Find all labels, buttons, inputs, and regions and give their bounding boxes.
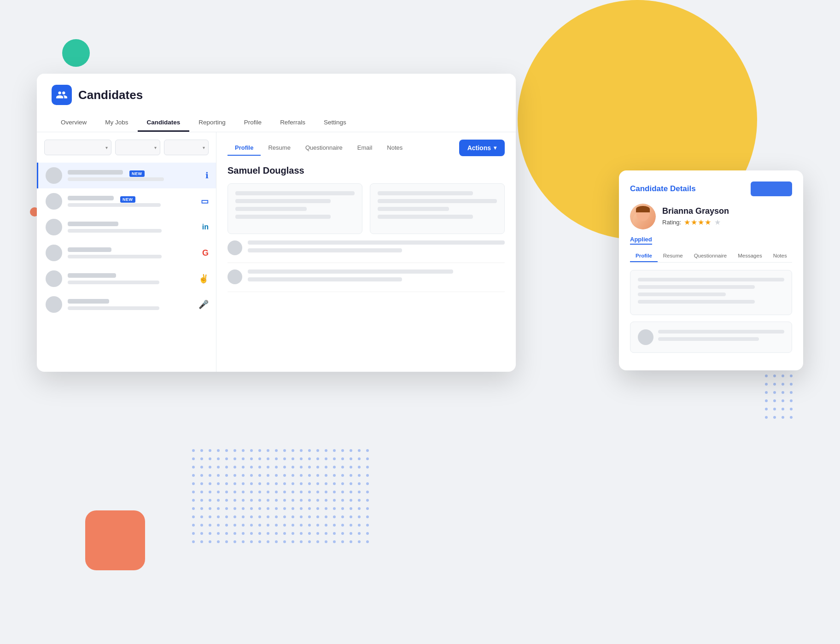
skeleton bbox=[235, 215, 331, 219]
candidate-name-bar bbox=[68, 299, 109, 304]
tab-questionnaire[interactable]: Questionnaire bbox=[298, 141, 350, 156]
detail-panel: Candidate Details Brianna Grayson Rating… bbox=[619, 170, 803, 370]
profile-grid bbox=[228, 183, 505, 234]
skeleton bbox=[248, 240, 505, 245]
detail-candidate-name: Brianna Grayson bbox=[662, 206, 729, 216]
skeleton bbox=[248, 248, 402, 252]
tab-notes[interactable]: Notes bbox=[379, 141, 410, 156]
avatar bbox=[228, 240, 242, 255]
candidate-info bbox=[68, 247, 202, 258]
nav-profile[interactable]: Profile bbox=[235, 114, 271, 132]
candidate-info bbox=[68, 273, 198, 284]
detail-rating: Rating: ★★★★★ bbox=[662, 218, 729, 227]
nav-candidates[interactable]: Candidates bbox=[138, 114, 190, 132]
clipboard-icon: ▭ bbox=[201, 196, 209, 206]
candidate-name-bar bbox=[68, 170, 123, 175]
nav-overview[interactable]: Overview bbox=[52, 114, 96, 132]
filter-1-input[interactable] bbox=[44, 140, 111, 155]
linkedin-icon: in bbox=[202, 223, 209, 231]
detail-candidate-row: Brianna Grayson Rating: ★★★★★ bbox=[630, 204, 792, 229]
candidate-item[interactable]: 🎤 bbox=[37, 292, 216, 317]
candidate-sub-bar bbox=[68, 255, 162, 258]
skeleton bbox=[235, 207, 307, 211]
detail-tab-messages[interactable]: Messages bbox=[732, 250, 767, 262]
candidates-icon bbox=[56, 89, 68, 101]
profile-row-content bbox=[248, 269, 505, 285]
dot-pattern-bottom: // Will be generated by JS below bbox=[193, 446, 387, 570]
avatar bbox=[46, 270, 62, 287]
skeleton bbox=[378, 215, 473, 219]
tab-profile[interactable]: Profile bbox=[228, 141, 261, 156]
skeleton bbox=[235, 199, 331, 203]
candidate-info: NEW bbox=[68, 196, 201, 207]
avatar bbox=[46, 167, 62, 184]
detail-tab-questionnaire[interactable]: Questionnaire bbox=[688, 250, 733, 262]
info-icon: ℹ bbox=[205, 170, 209, 181]
tab-email[interactable]: Email bbox=[350, 141, 380, 156]
candidate-item[interactable]: NEW ℹ bbox=[37, 163, 216, 188]
avatar bbox=[46, 296, 62, 313]
star-rating: ★★★★ bbox=[684, 218, 712, 227]
profile-card-2 bbox=[370, 183, 505, 234]
skeleton bbox=[658, 337, 759, 341]
main-panel: Profile Resume Questionnaire Email Notes… bbox=[216, 132, 516, 372]
applied-status: Applied bbox=[630, 236, 652, 245]
detail-content-card-2 bbox=[630, 322, 792, 353]
filter-3-input[interactable] bbox=[164, 140, 209, 155]
rating-label: Rating: bbox=[662, 219, 681, 226]
detail-tabs: Profile Resume Questionnaire Messages No… bbox=[630, 250, 792, 263]
detail-card-text bbox=[658, 330, 784, 345]
new-badge: NEW bbox=[120, 196, 135, 203]
peace-icon: ✌ bbox=[198, 274, 209, 284]
detail-status: Applied bbox=[630, 235, 792, 250]
new-badge: NEW bbox=[129, 170, 145, 177]
detail-card-row bbox=[638, 329, 784, 345]
google-icon: G bbox=[202, 248, 209, 258]
profile-row-content bbox=[248, 240, 505, 256]
filter-2-wrapper: ▾ bbox=[115, 140, 160, 155]
candidate-sub-bar bbox=[68, 306, 159, 310]
actions-button[interactable]: Actions ▾ bbox=[459, 140, 505, 156]
filter-row: ▾ ▾ ▾ bbox=[37, 140, 216, 163]
mic-icon: 🎤 bbox=[198, 299, 209, 310]
detail-action-button[interactable] bbox=[751, 181, 792, 196]
profile-row-2 bbox=[228, 263, 505, 292]
app-header: Candidates Overview My Jobs Candidates R… bbox=[37, 74, 516, 132]
nav-settings[interactable]: Settings bbox=[315, 114, 356, 132]
tab-resume[interactable]: Resume bbox=[261, 141, 298, 156]
detail-card-avatar bbox=[638, 329, 653, 345]
candidate-name-bar bbox=[68, 222, 118, 226]
detail-tab-resume[interactable]: Resume bbox=[658, 250, 688, 262]
nav-reporting[interactable]: Reporting bbox=[189, 114, 235, 132]
panel-tabs: Profile Resume Questionnaire Email Notes bbox=[228, 141, 410, 156]
skeleton bbox=[378, 191, 473, 195]
skeleton bbox=[378, 199, 497, 203]
panel-content: Samuel Douglass bbox=[216, 156, 516, 372]
detail-tab-notes[interactable]: Notes bbox=[768, 250, 793, 262]
detail-tab-profile[interactable]: Profile bbox=[630, 250, 658, 262]
avatar bbox=[46, 245, 62, 261]
candidate-sub-bar bbox=[68, 177, 164, 181]
actions-chevron-icon: ▾ bbox=[494, 145, 496, 151]
skeleton bbox=[235, 191, 355, 195]
filter-2-input[interactable] bbox=[115, 140, 160, 155]
profile-card-1 bbox=[228, 183, 362, 234]
candidate-item[interactable]: G bbox=[37, 240, 216, 266]
app-window: Candidates Overview My Jobs Candidates R… bbox=[37, 74, 516, 372]
main-nav: Overview My Jobs Candidates Reporting Pr… bbox=[52, 114, 501, 132]
nav-my-jobs[interactable]: My Jobs bbox=[96, 114, 137, 132]
app-logo bbox=[52, 85, 72, 105]
avatar bbox=[46, 193, 62, 210]
candidate-sub-bar bbox=[68, 281, 159, 284]
filter-3-wrapper: ▾ bbox=[164, 140, 209, 155]
candidate-item[interactable]: ✌ bbox=[37, 266, 216, 292]
detail-header: Candidate Details bbox=[630, 181, 792, 196]
detail-candidate-info: Brianna Grayson Rating: ★★★★★ bbox=[662, 206, 729, 227]
actions-label: Actions bbox=[467, 144, 491, 152]
bg-decoration-salmon bbox=[85, 510, 145, 570]
candidate-item[interactable]: NEW ▭ bbox=[37, 188, 216, 214]
candidate-item[interactable]: in bbox=[37, 214, 216, 240]
avatar bbox=[46, 219, 62, 235]
nav-referrals[interactable]: Referrals bbox=[271, 114, 315, 132]
candidate-name-bar bbox=[68, 247, 111, 252]
